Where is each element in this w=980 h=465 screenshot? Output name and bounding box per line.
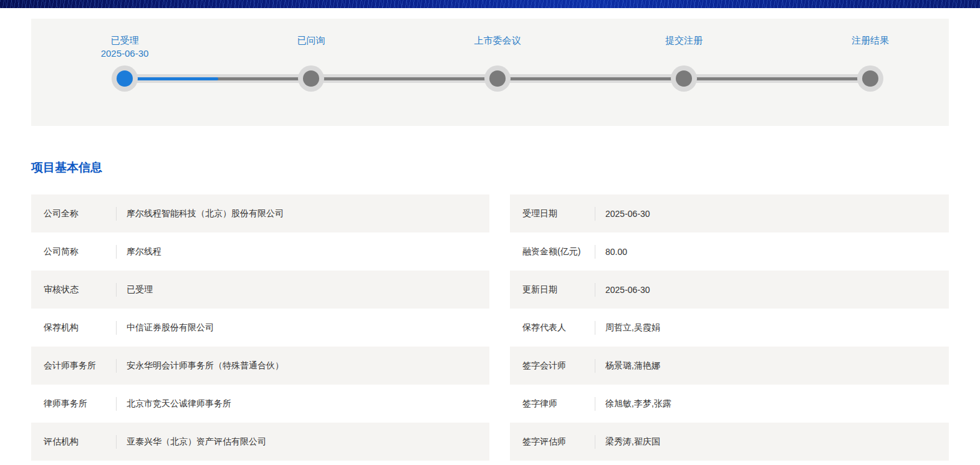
field-value: 已受理 [127,284,153,295]
info-row: 受理日期2025-06-30 [510,194,949,232]
label-value-divider [116,359,117,373]
timeline-node-ring-2 [298,65,324,92]
field-value: 中信证券股份有限公司 [127,322,214,333]
field-value: 2025-06-30 [605,285,650,295]
timeline-node-dot-2 [303,70,319,87]
field-label: 审核状态 [44,284,116,295]
field-value: 摩尔线程智能科技（北京）股份有限公司 [127,208,284,219]
label-value-divider [116,207,117,221]
info-column-right: 受理日期2025-06-30融资金额(亿元)80.00更新日期2025-06-3… [510,194,949,461]
timeline-step-label-5: 注册结果 [852,35,889,47]
timeline-node-dot-5 [862,70,878,87]
timeline-step-label-4: 提交注册 [665,35,703,47]
label-value-divider [595,397,595,411]
timeline-node-ring-4 [671,65,697,92]
label-value-divider [595,207,595,221]
timeline-node-ring-3 [484,65,511,92]
info-row: 评估机构亚泰兴华（北京）资产评估有限公司 [31,423,489,461]
field-value: 80.00 [605,247,627,257]
field-label: 更新日期 [522,284,595,295]
field-label: 公司全称 [44,208,116,219]
field-value: 亚泰兴华（北京）资产评估有限公司 [127,436,266,448]
label-value-divider [595,435,595,449]
field-label: 保荐代表人 [522,322,595,333]
field-value: 2025-06-30 [605,209,650,219]
label-value-divider [116,245,117,259]
info-row: 签字会计师杨景璐,蒲艳娜 [510,347,949,385]
timeline-step-label-1: 已受理 [111,35,139,47]
label-value-divider [116,283,117,297]
field-label: 融资金额(亿元) [522,246,595,257]
info-row: 保荐代表人周哲立,吴霞娟 [510,309,949,347]
field-label: 评估机构 [44,436,116,448]
field-label: 保荐机构 [44,322,116,333]
label-value-divider [595,321,595,335]
timeline-node-ring-1 [112,65,138,92]
info-row: 更新日期2025-06-30 [510,271,949,309]
label-value-divider [595,245,595,259]
info-row: 保荐机构中信证券股份有限公司 [31,309,489,347]
info-row: 审核状态已受理 [31,271,489,309]
info-row: 律师事务所北京市竞天公诚律师事务所 [31,385,489,423]
timeline-node-ring-5 [857,65,883,92]
field-value: 杨景璐,蒲艳娜 [605,360,660,372]
field-label: 签字会计师 [522,360,595,372]
label-value-divider [595,283,595,297]
field-label: 签字律师 [522,398,595,410]
timeline-line-progress [125,77,218,80]
field-label: 律师事务所 [44,398,116,410]
top-banner-decoration [0,0,980,8]
field-value: 徐旭敏,李梦,张露 [605,398,671,410]
info-row: 签字评估师梁秀涛,翟庆国 [510,423,949,461]
info-row: 公司全称摩尔线程智能科技（北京）股份有限公司 [31,194,489,232]
info-row: 融资金额(亿元)80.00 [510,232,949,271]
label-value-divider [116,397,117,411]
field-value: 梁秀涛,翟庆国 [605,436,660,448]
field-value: 北京市竞天公诚律师事务所 [127,398,231,410]
field-label: 公司简称 [44,246,116,257]
info-row: 签字律师徐旭敏,李梦,张露 [510,385,949,423]
timeline-step-date-1: 2025-06-30 [101,48,149,59]
section-title: 项目基本信息 [31,160,980,175]
timeline-node-dot-3 [489,70,506,87]
field-label: 签字评估师 [522,436,595,448]
info-row: 会计师事务所安永华明会计师事务所（特殊普通合伙） [31,347,489,385]
info-column-left: 公司全称摩尔线程智能科技（北京）股份有限公司公司简称摩尔线程审核状态已受理保荐机… [31,194,489,461]
timeline-step-label-3: 上市委会议 [474,35,521,47]
field-value: 安永华明会计师事务所（特殊普通合伙） [127,360,284,372]
project-info-table: 公司全称摩尔线程智能科技（北京）股份有限公司公司简称摩尔线程审核状态已受理保荐机… [31,194,949,461]
label-value-divider [116,435,117,449]
field-label: 会计师事务所 [44,360,116,372]
field-value: 摩尔线程 [127,246,161,257]
timeline-node-dot-4 [676,70,692,87]
label-value-divider [116,321,117,335]
label-value-divider [595,359,595,373]
field-value: 周哲立,吴霞娟 [605,322,660,333]
info-row: 公司简称摩尔线程 [31,232,489,271]
timeline-step-label-2: 已问询 [297,35,325,47]
audit-progress-timeline: 已受理2025-06-30已问询上市委会议提交注册注册结果 [31,19,949,126]
field-label: 受理日期 [522,208,595,219]
timeline-node-dot-1 [117,70,133,87]
